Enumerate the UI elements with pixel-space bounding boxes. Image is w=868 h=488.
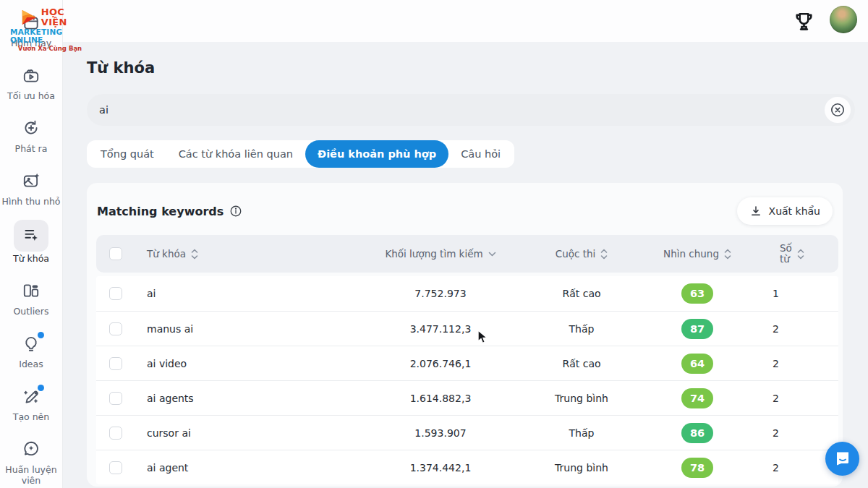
row-checkbox[interactable] xyxy=(109,461,122,474)
chat-sparkle-icon xyxy=(22,440,41,458)
volume-cell: 3.477.112,3 xyxy=(365,323,516,335)
export-label: Xuất khẩu xyxy=(769,205,820,217)
sort-updown-icon xyxy=(600,249,608,260)
column-header-word-count[interactable]: Số từ xyxy=(748,243,838,265)
overall-score-badge: 86 xyxy=(681,423,713,443)
table-row[interactable]: cursor ai 1.593.907 Thấp 86 2 xyxy=(96,415,838,450)
sidebar-item-optimize[interactable]: Tối ưu hóa xyxy=(0,66,62,101)
image-sparkle-icon xyxy=(22,171,41,190)
chat-bubble-icon xyxy=(834,450,851,468)
word-count-cell: 2 xyxy=(748,323,838,335)
tab-matching-terms[interactable]: Điều khoản phù hợp xyxy=(305,140,448,168)
column-header-competition[interactable]: Cuộc thi xyxy=(516,248,647,260)
page-title: Từ khóa xyxy=(87,59,855,77)
word-count-cell: 2 xyxy=(748,393,838,404)
row-checkbox[interactable] xyxy=(109,392,122,405)
table-body: ai 7.752.973 Rất cao 63 1 manus ai 3.477… xyxy=(96,276,838,484)
word-count-cell: 2 xyxy=(748,462,838,474)
row-checkbox[interactable] xyxy=(109,427,122,440)
keyword-search-input[interactable]: ai xyxy=(87,94,855,126)
table-row[interactable]: ai agent 1.374.442,1 Trung bình 78 2 xyxy=(96,450,838,484)
row-checkbox[interactable] xyxy=(109,322,122,335)
sidebar-item-publish[interactable]: Phát ra xyxy=(0,119,62,154)
trophy-icon[interactable] xyxy=(791,8,817,34)
sort-updown-icon xyxy=(191,249,198,260)
column-header-overall[interactable]: Nhìn chung xyxy=(647,248,748,260)
column-label: Nhìn chung xyxy=(663,248,719,260)
volume-cell: 1.614.882,3 xyxy=(365,393,516,404)
overall-score-badge: 74 xyxy=(681,388,713,408)
competition-cell: Rất cao xyxy=(516,288,647,299)
user-avatar[interactable] xyxy=(830,6,857,33)
overall-score-badge: 87 xyxy=(681,319,713,339)
clear-search-button[interactable] xyxy=(825,97,851,123)
row-checkbox[interactable] xyxy=(109,287,122,300)
column-label: từ xyxy=(780,254,792,265)
search-value: ai xyxy=(99,104,109,116)
competition-cell: Trung bình xyxy=(516,462,647,474)
sidebar-item-ideas[interactable]: Ideas xyxy=(0,334,62,369)
download-icon xyxy=(749,205,762,218)
keyword-cell: cursor ai xyxy=(134,427,365,439)
volume-cell: 7.752.973 xyxy=(365,288,516,299)
sort-updown-icon xyxy=(797,249,804,260)
logo-play-icon xyxy=(20,8,39,27)
volume-cell: 1.374.442,1 xyxy=(365,462,516,474)
sidebar-item-label: Tạo nên xyxy=(13,411,49,422)
table-row[interactable]: ai 7.752.973 Rất cao 63 1 xyxy=(96,276,838,311)
info-icon[interactable] xyxy=(229,205,242,218)
sidebar-item-thumbnails[interactable]: Hình thu nhỏ xyxy=(0,171,62,207)
competition-cell: Trung bình xyxy=(516,393,647,404)
chat-launcher-button[interactable] xyxy=(825,442,859,476)
competition-cell: Rất cao xyxy=(516,358,647,369)
grid-panels-icon xyxy=(22,281,41,300)
keyword-cell: ai agent xyxy=(134,462,365,474)
overall-score-badge: 64 xyxy=(681,354,713,374)
tab-overview[interactable]: Tổng quát xyxy=(88,140,166,168)
notification-dot xyxy=(38,332,44,338)
matching-keywords-card: Matching keywords Xuất khẩu Từ khóa xyxy=(87,183,843,487)
sidebar-item-keywords[interactable]: Từ khóa xyxy=(0,224,62,264)
card-title: Matching keywords xyxy=(97,205,224,218)
column-header-keyword[interactable]: Từ khóa xyxy=(134,248,365,260)
tab-questions[interactable]: Câu hỏi xyxy=(448,140,513,168)
table-row[interactable]: ai video 2.076.746,1 Rất cao 64 2 xyxy=(96,346,838,380)
keyword-cell: ai agents xyxy=(134,393,365,404)
select-all-checkbox[interactable] xyxy=(109,247,122,260)
overall-score-badge: 63 xyxy=(681,283,713,304)
sidebar-item-label: Tối ưu hóa xyxy=(7,90,55,101)
top-bar xyxy=(0,0,868,42)
competition-cell: Thấp xyxy=(516,323,647,335)
close-icon xyxy=(829,101,846,119)
sidebar-item-label: Ideas xyxy=(19,359,43,369)
sidebar-item-label: Outliers xyxy=(14,306,49,317)
column-label: Số xyxy=(780,243,792,254)
export-button[interactable]: Xuất khẩu xyxy=(737,197,833,225)
tab-related-keywords[interactable]: Các từ khóa liên quan xyxy=(166,140,305,168)
table-row[interactable]: ai agents 1.614.882,3 Trung bình 74 2 xyxy=(96,380,838,415)
sidebar-item-create[interactable]: Tạo nên xyxy=(0,387,62,422)
table-header: Từ khóa Khối lượng tìm kiếm Cuộc thi Nhì… xyxy=(96,235,838,273)
sidebar-item-coach[interactable]: Huấn luyện viên xyxy=(0,440,62,486)
refresh-plus-icon xyxy=(22,119,41,137)
pencil-sparkle-icon xyxy=(22,387,41,406)
logo-subtitle: MARKETING ONLINE xyxy=(10,28,90,44)
column-label: Cuộc thi xyxy=(556,248,596,260)
logo-tagline: Vươn Xa Cùng Bạn xyxy=(10,46,90,52)
sidebar-item-outliers[interactable]: Outliers xyxy=(0,281,62,317)
lightbulb-icon xyxy=(22,334,41,353)
keyword-cell: ai video xyxy=(134,358,365,369)
row-checkbox[interactable] xyxy=(109,357,122,370)
column-header-search-volume[interactable]: Khối lượng tìm kiếm xyxy=(365,248,516,260)
tab-bar: Tổng quát Các từ khóa liên quan Điều kho… xyxy=(87,140,514,168)
table-row[interactable]: manus ai 3.477.112,3 Thấp 87 2 xyxy=(96,311,838,346)
sidebar-item-label: Từ khóa xyxy=(13,253,49,264)
app-logo: HỌC VIỆN MARKETING ONLINE Vươn Xa Cùng B… xyxy=(10,7,90,52)
column-label: Từ khóa xyxy=(147,248,186,260)
word-count-cell: 2 xyxy=(748,358,838,369)
volume-cell: 2.076.746,1 xyxy=(365,358,516,369)
keyword-cell: ai xyxy=(134,288,365,299)
column-label: Khối lượng tìm kiếm xyxy=(385,248,482,260)
sort-updown-icon xyxy=(724,249,731,260)
volume-cell: 1.593.907 xyxy=(365,427,516,439)
